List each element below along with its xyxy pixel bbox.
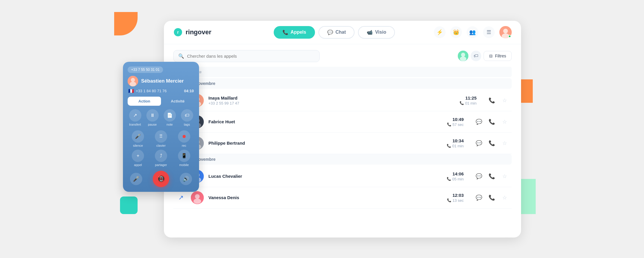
- call-duration-lucas: 📞 05 min: [447, 177, 464, 181]
- caller-avatar: [128, 76, 138, 86]
- pause-label: pause: [148, 123, 157, 126]
- rec-label: rec: [182, 144, 186, 147]
- main-card: r ringover 📞 Appels 💬 Chat 📹 Visio: [164, 21, 521, 238]
- online-indicator: [508, 35, 511, 38]
- search-input[interactable]: [187, 54, 315, 59]
- appel-icon: +: [132, 150, 144, 162]
- crown-icon-btn[interactable]: 👑: [450, 26, 462, 38]
- call-row-philippe[interactable]: ↙ Philippe Bertrand: [173, 133, 512, 154]
- star-btn-lucas[interactable]: ☆: [500, 172, 509, 181]
- action-clavier[interactable]: ⠿ clavier: [151, 130, 172, 147]
- volume-button[interactable]: 🔊: [180, 173, 192, 185]
- star-btn-vanessa[interactable]: ☆: [500, 193, 509, 202]
- contact-name-philippe: Philippe Bertrand: [208, 141, 430, 146]
- chat-btn-vanessa[interactable]: 💬: [474, 193, 484, 202]
- tab-chat-label: Chat: [335, 30, 346, 35]
- action-note[interactable]: 📄 note: [162, 109, 177, 126]
- content-area: 🔍 🏷 ⊟: [164, 44, 521, 238]
- call-btn-lucas[interactable]: 📞: [487, 172, 496, 181]
- contact-info-inaya: Inaya Maillard +33 2 55 99 17 47: [208, 95, 443, 105]
- call-phone-btn[interactable]: 📞: [487, 96, 496, 105]
- svg-point-7: [460, 57, 466, 61]
- search-filter-row: 🔍 🏷 ⊟: [173, 50, 512, 62]
- call-row-vanessa[interactable]: ↗ Vanessa Denis: [173, 187, 512, 209]
- duration-value-vanessa: 13 sec: [453, 198, 464, 203]
- transfert-icon: ↗: [129, 109, 141, 122]
- bottom-controls: 🎤 📵 🔊: [128, 171, 194, 187]
- chat-btn-fabrice[interactable]: 💬: [474, 117, 484, 127]
- call-row[interactable]: ↗ Fabrice Huet: [173, 111, 512, 133]
- header: r ringover 📞 Appels 💬 Chat 📹 Visio: [164, 21, 521, 44]
- svg-point-6: [461, 53, 465, 57]
- tab-activity[interactable]: Activité: [161, 97, 194, 106]
- monday-section-header: Lundi 14 novembre: [173, 154, 512, 165]
- action-transfert[interactable]: ↗ transfert: [128, 109, 143, 126]
- filter-button[interactable]: ⊟ Filtres: [484, 51, 512, 61]
- tab-visio-label: Visio: [375, 30, 386, 35]
- menu-icon-btn[interactable]: ☰: [483, 26, 495, 38]
- silence-icon: 🎤: [132, 130, 144, 143]
- star-btn-fabrice[interactable]: ☆: [500, 117, 509, 127]
- action-pause[interactable]: ⏸ pause: [145, 109, 160, 126]
- tab-chat[interactable]: 💬 Chat: [318, 26, 355, 39]
- call-time-lucas: 14:06: [453, 171, 464, 176]
- call-time-vanessa: 12:03: [453, 193, 464, 198]
- call-row[interactable]: ↗ Inaya Maillard +33 2 55 99 17 47: [173, 90, 512, 111]
- row-actions-lucas: 💬 📞 ☆: [474, 172, 509, 181]
- calls-panel: 🔍 🏷 ⊟: [164, 44, 521, 238]
- call-btn-fabrice[interactable]: 📞: [487, 117, 496, 127]
- filter-icon: ⊟: [489, 54, 493, 58]
- filter-tag-icon[interactable]: 🏷: [471, 51, 481, 61]
- action-mobile[interactable]: 📱 mobile: [174, 150, 194, 167]
- tab-visio[interactable]: 📹 Visio: [358, 26, 395, 39]
- call-time-info-fabrice: 10:49 📞 57 sec: [434, 117, 464, 127]
- action-tags[interactable]: 🏷 tags: [179, 109, 194, 126]
- transfert-label: transfert: [129, 123, 141, 126]
- tab-action[interactable]: Action: [128, 97, 161, 106]
- call-duration-philippe: 📞 01 min: [447, 144, 464, 148]
- flash-icon-btn[interactable]: ⚡: [434, 26, 446, 38]
- chat-btn-lucas[interactable]: 💬: [474, 172, 484, 181]
- action-silence[interactable]: 🎤 silence: [128, 130, 148, 147]
- chat-btn-philippe[interactable]: 💬: [474, 139, 484, 148]
- call-row-lucas[interactable]: ↙ Lucas Chevalier: [173, 166, 512, 187]
- action-rec[interactable]: ⏺ rec: [174, 130, 194, 147]
- mic-button[interactable]: 🎤: [130, 173, 142, 185]
- clavier-label: clavier: [156, 144, 166, 147]
- action-appel[interactable]: + appel: [128, 150, 148, 167]
- svg-point-21: [195, 194, 200, 199]
- filter-avatar-1[interactable]: [458, 51, 468, 61]
- contact-info-lucas: Lucas Chevalier: [208, 174, 430, 179]
- team-icon-btn[interactable]: 👥: [467, 26, 478, 38]
- tags-label: tags: [184, 123, 190, 126]
- contact-phone: +33 2 55 99 17 47: [208, 101, 443, 105]
- call-btn-vanessa[interactable]: 📞: [487, 193, 496, 202]
- action-partager[interactable]: ⤴ partager: [151, 150, 172, 167]
- duration-value-philippe: 01 min: [452, 144, 464, 148]
- star-btn-philippe[interactable]: ☆: [500, 139, 509, 148]
- call-time-info-lucas: 14:06 📞 05 min: [434, 171, 464, 181]
- row-actions-vanessa: 💬 📞 ☆: [474, 193, 509, 202]
- duration-phone-icon-3: 📞: [447, 144, 451, 148]
- call-time-philippe: 10:34: [453, 138, 464, 143]
- contact-info-fabrice: Fabrice Huet: [208, 119, 430, 124]
- call-duration-vanessa: 📞 13 sec: [447, 198, 464, 203]
- caller-name: Sébastien Mercier: [141, 78, 184, 84]
- partager-label: partager: [155, 163, 167, 167]
- tab-appels[interactable]: 📞 Appels: [274, 26, 315, 39]
- phone-widget: +33 7 55 50 31 01 Sébastien Mercier 🇫🇷 +…: [123, 62, 199, 192]
- phone-number-badge: +33 7 55 50 31 01: [128, 66, 163, 73]
- caller-line2: 🇫🇷 +33 1 84 80 71 76 04:10: [128, 88, 194, 94]
- contact-name-lucas: Lucas Chevalier: [208, 174, 430, 179]
- mobile-label: mobile: [179, 163, 189, 167]
- action-grid-2: 🎤 silence ⠿ clavier ⏺ rec + appel ⤴ part…: [128, 130, 194, 167]
- user-avatar[interactable]: [499, 26, 512, 38]
- flag-icon: 🇫🇷: [128, 88, 134, 94]
- caller-info: Sébastien Mercier: [128, 76, 194, 86]
- call-time-fabrice: 10:49: [453, 117, 464, 122]
- call-btn-philippe[interactable]: 📞: [487, 139, 496, 148]
- tags-icon: 🏷: [181, 109, 193, 122]
- hangup-button[interactable]: 📵: [153, 171, 169, 187]
- call-star-btn[interactable]: ☆: [500, 96, 509, 105]
- svg-point-3: [503, 29, 508, 33]
